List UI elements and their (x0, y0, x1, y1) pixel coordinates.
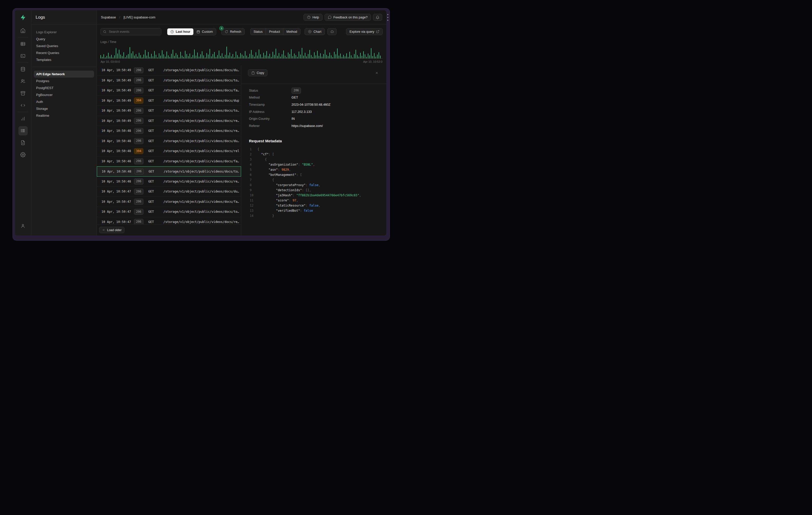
rail-item-docs[interactable] (15, 137, 31, 149)
table-row[interactable]: 10 Apr, 10:50:47206GET/storage/v1/object… (97, 187, 241, 197)
clipboard-icon (251, 71, 255, 75)
request-metadata-code[interactable]: 1{2 "cf": [3 {4 "asOrganization": "BSNL"… (241, 144, 386, 236)
help-button[interactable]: Help (303, 14, 322, 21)
table-row[interactable]: 10 Apr, 10:50:47206GET/storage/v1/object… (97, 197, 241, 207)
histogram-bar (131, 53, 132, 58)
search-input[interactable] (100, 28, 162, 35)
table-row[interactable]: 10 Apr, 10:50:49206GET/storage/v1/object… (97, 65, 241, 75)
histogram-bar (217, 55, 218, 58)
filter-product-button[interactable]: Product (266, 28, 283, 35)
rail-item-logs[interactable] (15, 125, 31, 137)
custom-range-button[interactable]: Custom (194, 28, 216, 35)
histogram-bar (196, 56, 196, 58)
breadcrumb-project[interactable]: [LIVE] supabase-com (123, 16, 155, 19)
sidebar-item-logs-explorer[interactable]: Logs Explorer (34, 29, 94, 36)
explore-via-query-button[interactable]: Explore via query (346, 28, 383, 35)
histogram-bar (280, 57, 281, 58)
rail-item-reports[interactable] (15, 113, 31, 125)
histogram-bar (231, 56, 232, 58)
table-row[interactable]: 10 Apr, 10:50:47206GET/storage/v1/object… (97, 207, 241, 217)
rail-item-database[interactable] (15, 63, 31, 75)
histogram-bar (182, 56, 182, 58)
histogram-bar (174, 56, 175, 58)
rail-item-sql-editor[interactable] (15, 50, 31, 62)
copy-button[interactable]: Copy (248, 69, 267, 76)
histogram-bar (256, 52, 256, 58)
sidebar-item-storage[interactable]: Storage (34, 105, 94, 112)
detail-panel-header: Copy (241, 65, 386, 84)
histogram-bar (307, 56, 307, 58)
chart-toggle-button[interactable]: Chart (304, 28, 325, 35)
histogram-bar (212, 54, 213, 58)
log-path: /storage/v1/object/public/videos/docs/re… (164, 149, 239, 153)
clock-icon (170, 30, 174, 33)
table-row[interactable]: 10 Apr, 10:50:48206GET/storage/v1/object… (97, 177, 241, 187)
rail-item-settings[interactable] (15, 149, 31, 161)
histogram-bars[interactable] (100, 46, 383, 59)
time-range-segmented: Last hour Custom (167, 28, 216, 35)
table-row[interactable]: 10 Apr, 10:50:49304GET/storage/v1/object… (97, 96, 241, 106)
filter-status-button[interactable]: Status (250, 28, 266, 35)
histogram-bar (259, 50, 259, 58)
histogram-bar (159, 53, 159, 58)
sidebar-item-postgrest[interactable]: PostgREST (34, 85, 94, 91)
rail-item-auth[interactable] (15, 75, 31, 87)
sidebar-item-templates[interactable]: Templates (34, 56, 94, 63)
supabase-logo-icon[interactable] (15, 10, 31, 25)
table-row[interactable]: 10 Apr, 10:50:49206GET/storage/v1/object… (97, 86, 241, 96)
sidebar-item-saved-queries[interactable]: Saved Queries (34, 42, 94, 50)
table-row[interactable]: 10 Apr, 10:50:47206GET/storage/v1/object… (97, 217, 241, 224)
log-timestamp: 10 Apr, 10:50:47 (102, 220, 134, 224)
histogram-bar (376, 57, 376, 58)
sidebar-item-auth[interactable]: Auth (34, 98, 94, 105)
code-content: { (257, 177, 274, 182)
histogram-bar (191, 57, 192, 58)
sidebar-item-realtime[interactable]: Realtime (34, 112, 94, 119)
sidebar-item-recent-queries[interactable]: Recent Queries (34, 50, 94, 56)
histogram-bar (167, 52, 167, 58)
close-icon[interactable] (375, 71, 379, 75)
histogram-bar (310, 50, 310, 58)
rail-item-account[interactable] (15, 220, 31, 232)
code-icon (19, 101, 28, 110)
sidebar-item-query[interactable]: Query (34, 36, 94, 42)
refresh-button[interactable]: Refresh (221, 28, 244, 35)
status-badge-wrap: 206 (134, 128, 145, 134)
rail-item-home[interactable] (15, 25, 31, 37)
histogram-bar (288, 53, 288, 58)
table-row[interactable]: 10 Apr, 10:50:48206GET/storage/v1/object… (97, 136, 241, 146)
histogram-bar (190, 54, 190, 58)
rail-item-storage[interactable] (15, 87, 31, 99)
rail-item-edge-functions[interactable] (15, 99, 31, 111)
histogram-bar (140, 55, 141, 58)
sidebar-item-api-edge-network[interactable]: API Edge Network (34, 71, 94, 78)
feedback-button[interactable]: Feedback on this page? (324, 14, 371, 21)
load-older-button[interactable]: Load older (99, 227, 124, 233)
rail-item-table-editor[interactable] (15, 38, 31, 50)
sidebar-item-pgbouncer[interactable]: PgBouncer (34, 91, 94, 98)
sidebar-item-postgres[interactable]: Postgres (34, 78, 94, 85)
histogram-bar (125, 57, 125, 58)
log-method: GET (148, 79, 164, 82)
search-events (100, 28, 162, 35)
table-row[interactable]: 10 Apr, 10:50:48206GET/storage/v1/object… (97, 156, 241, 166)
detail-field-row: IP Address117.202.3.133 (249, 108, 382, 116)
breadcrumb-org[interactable]: Supabase (101, 16, 116, 19)
last-hour-button[interactable]: Last hour (167, 28, 194, 35)
logs-histogram: Logs / Time Apr 10, 03:00:0 Apr 10, 10:5… (97, 39, 386, 65)
table-row[interactable]: 10 Apr, 10:50:48206GET/storage/v1/object… (97, 126, 241, 136)
histogram-bar (292, 56, 293, 58)
table-row[interactable]: 10 Apr, 10:50:49206GET/storage/v1/object… (97, 116, 241, 126)
filter-method-button[interactable]: Method (283, 28, 300, 35)
histogram-bar (269, 54, 270, 58)
table-row[interactable]: 10 Apr, 10:50:48206GET/storage/v1/object… (97, 166, 241, 177)
histogram-bar (251, 50, 252, 58)
table-row[interactable]: 10 Apr, 10:50:49206GET/storage/v1/object… (97, 75, 241, 86)
notifications-button[interactable] (373, 14, 382, 21)
histogram-bar (245, 51, 245, 58)
table-row[interactable]: 10 Apr, 10:50:48304GET/storage/v1/object… (97, 146, 241, 156)
histogram-bar (170, 57, 170, 58)
field-label: Method (249, 96, 291, 99)
table-row[interactable]: 10 Apr, 10:50:49206GET/storage/v1/object… (97, 106, 241, 116)
download-button[interactable] (327, 28, 337, 35)
